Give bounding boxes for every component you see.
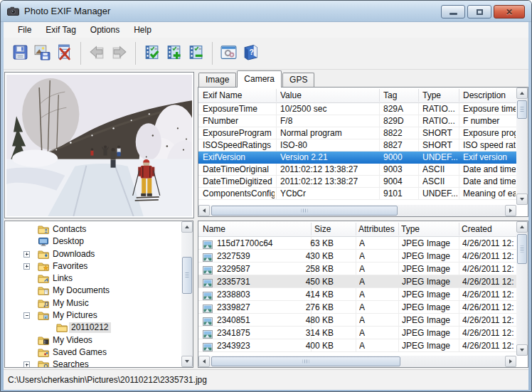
scroll-up-button[interactable] <box>516 88 528 99</box>
tree-item-saved-games[interactable]: Saved Games <box>5 346 181 359</box>
exif-row[interactable]: ISOSpeedRatingsISO-808827SHORTISO speed … <box>198 139 516 152</box>
scroll-thumb[interactable] <box>517 234 527 264</box>
scroll-thumb[interactable] <box>517 100 527 119</box>
tree-item-20110212[interactable]: 20110212 <box>5 322 181 334</box>
file-column-header-created[interactable]: Created <box>462 221 516 237</box>
add-exif-tag-button[interactable] <box>163 41 184 66</box>
file-cell-created: 4/26/2011 12: <box>462 288 516 300</box>
column-separator[interactable] <box>459 89 459 102</box>
scroll-left-button[interactable] <box>198 356 210 367</box>
exif-table-header[interactable]: Exif NameValueTagTypeDescription <box>198 88 516 103</box>
column-separator[interactable] <box>311 223 312 235</box>
tab-camera[interactable]: Camera <box>237 70 282 88</box>
exif-horizontal-scrollbar[interactable] <box>198 205 516 216</box>
exif-row[interactable]: ComponentsConfig...YCbCr9101UNDEF...Mean… <box>198 188 516 200</box>
file-row[interactable]: 2343923400 KBAJPEG Image4/26/2011 12: <box>198 339 516 352</box>
tree-item-downloads[interactable]: Downloads <box>5 248 181 260</box>
files-vertical-scrollbar[interactable] <box>516 221 528 356</box>
exif-column-header-description[interactable]: Description <box>463 88 516 103</box>
file-column-header-size[interactable]: Size <box>314 221 353 237</box>
expand-icon[interactable] <box>23 251 30 258</box>
exif-row[interactable]: DateTimeOriginal2011:02:12 13:38:279003A… <box>198 164 516 176</box>
file-cell-attributes: A <box>359 263 395 275</box>
column-separator[interactable] <box>276 89 277 102</box>
scroll-down-button[interactable] <box>516 194 528 205</box>
remove-exif-tag-button[interactable] <box>185 41 206 66</box>
collapse-icon[interactable] <box>23 312 30 319</box>
column-separator[interactable] <box>459 223 459 235</box>
exif-vertical-scrollbar[interactable] <box>516 88 528 205</box>
menu-options[interactable]: Options <box>83 23 127 37</box>
file-row[interactable]: 2327539430 KBAJPEG Image4/26/2011 12: <box>198 250 516 263</box>
app-window: Photo EXIF Manager ✕ FileExif TagOptions… <box>0 0 532 392</box>
column-separator[interactable] <box>356 223 356 235</box>
expand-icon[interactable] <box>23 263 30 270</box>
tree-vertical-scrollbar[interactable] <box>181 221 193 367</box>
scroll-thumb[interactable] <box>211 356 400 366</box>
scroll-right-button[interactable] <box>505 205 516 216</box>
tree-item-my-music[interactable]: My Music <box>5 297 181 309</box>
tree-item-my-documents[interactable]: My Documents <box>5 285 181 297</box>
file-column-header-name[interactable]: Name <box>203 221 308 237</box>
exif-row[interactable]: ExposureProgramNormal program8822SHORTEx… <box>198 127 516 139</box>
file-row[interactable]: 2329587258 KBAJPEG Image4/26/2011 12: <box>198 263 516 275</box>
menu-exif-tag[interactable]: Exif Tag <box>38 23 83 37</box>
tree-item-searches[interactable]: Searches <box>5 359 181 367</box>
scroll-up-button[interactable] <box>516 221 528 233</box>
exif-row[interactable]: ExifVersionVersion 2.219000UNDEF...Exif … <box>198 152 516 164</box>
previous-image-button[interactable] <box>86 41 107 66</box>
scroll-thumb[interactable] <box>182 257 192 294</box>
scroll-up-button[interactable] <box>181 221 193 233</box>
files-horizontal-scrollbar[interactable] <box>198 356 516 367</box>
menu-file[interactable]: File <box>11 23 38 37</box>
close-button[interactable]: ✕ <box>494 5 525 18</box>
scroll-down-button[interactable] <box>516 344 528 356</box>
tree-item-links[interactable]: Links <box>5 272 181 285</box>
menu-help[interactable]: Help <box>127 23 159 37</box>
save-exif-button[interactable] <box>9 41 31 66</box>
file-row[interactable]: 2341875314 KBAJPEG Image4/26/2011 12: <box>198 327 516 339</box>
file-row[interactable]: 2340851480 KBAJPEG Image4/26/2011 12: <box>198 314 516 327</box>
tree-item-my-videos[interactable]: My Videos <box>5 334 181 346</box>
validate-exif-button[interactable] <box>141 41 162 66</box>
exif-column-header-value[interactable]: Value <box>280 88 378 103</box>
maximize-button[interactable] <box>467 5 491 18</box>
column-separator[interactable] <box>418 89 419 102</box>
file-cell-size: 400 KB <box>297 339 334 351</box>
column-separator[interactable] <box>398 223 399 235</box>
title-bar[interactable]: Photo EXIF Manager ✕ <box>1 1 531 22</box>
file-row[interactable]: 2335731450 KBAJPEG Image4/26/2011 12: <box>198 275 516 288</box>
file-column-header-type[interactable]: Type <box>401 221 455 237</box>
file-column-header-attributes[interactable]: Attributes <box>358 221 395 237</box>
column-separator[interactable] <box>379 89 380 102</box>
exif-column-header-tag[interactable]: Tag <box>383 88 417 103</box>
exif-cell-name: DateTimeOriginal <box>203 164 275 175</box>
exif-row[interactable]: FNumberF/8829DRATIO...F number <box>198 115 516 127</box>
scroll-left-button[interactable] <box>198 205 210 216</box>
scroll-right-button[interactable] <box>505 356 516 367</box>
tree-item-contacts[interactable]: Contacts <box>5 223 181 235</box>
save-image-button[interactable] <box>31 41 53 66</box>
exif-row[interactable]: DateTimeDigitized2011:02:12 13:38:279004… <box>198 176 516 188</box>
tree-item-my-pictures[interactable]: My Pictures <box>5 309 181 322</box>
file-row[interactable]: 2339827276 KBAJPEG Image4/26/2011 12: <box>198 301 516 314</box>
help-button[interactable]: ? <box>240 41 261 66</box>
file-list-header[interactable]: NameSizeAttributesTypeCreated <box>198 221 516 237</box>
minimize-button[interactable] <box>441 5 465 18</box>
delete-exif-button[interactable] <box>53 41 75 66</box>
file-row[interactable]: 2338803414 KBAJPEG Image4/26/2011 12: <box>198 288 516 301</box>
scroll-thumb[interactable] <box>211 206 398 216</box>
exif-row[interactable]: ExposureTime10/2500 sec829ARATIO...Expos… <box>198 103 516 115</box>
scroll-down-button[interactable] <box>181 356 193 367</box>
tree-item-favorites[interactable]: Favorites <box>5 260 181 272</box>
exif-column-header-exif-name[interactable]: Exif Name <box>203 88 275 103</box>
next-image-button[interactable] <box>108 41 129 66</box>
options-button[interactable] <box>218 41 239 66</box>
tab-image[interactable]: Image <box>198 73 236 87</box>
exif-cell-type: ASCII <box>422 164 457 175</box>
tree-item-desktop[interactable]: Desktop <box>5 235 181 248</box>
expand-icon[interactable] <box>23 361 30 367</box>
exif-column-header-type[interactable]: Type <box>422 88 457 103</box>
tab-gps[interactable]: GPS <box>282 73 314 87</box>
file-row[interactable]: 115d71700c6463 KBAJPEG Image4/26/2011 12… <box>198 237 516 250</box>
